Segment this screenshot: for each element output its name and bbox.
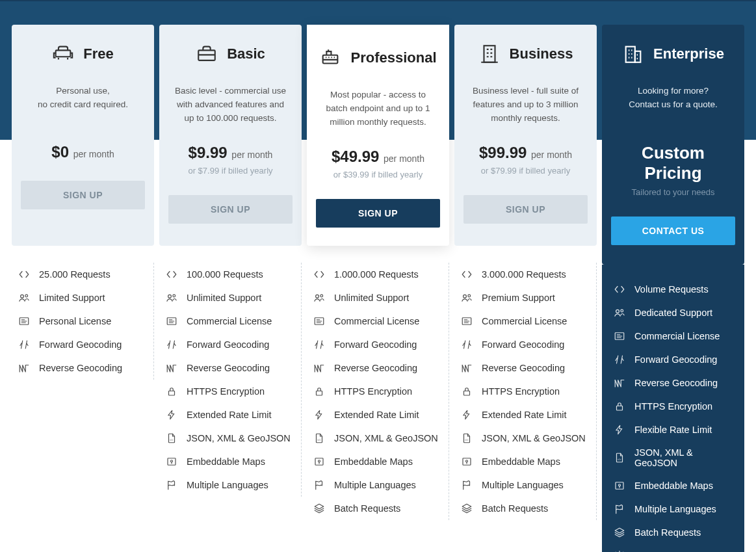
plan-price: $99.99 per month xyxy=(463,144,588,162)
svg-point-2 xyxy=(25,295,28,297)
plan-price: Custom Pricing xyxy=(611,143,735,183)
svg-point-20 xyxy=(320,295,323,297)
feature-item: </>JSON, XML & GeoJSON xyxy=(163,427,297,450)
feature-item: Reverse Geocoding xyxy=(163,356,297,380)
code-icon xyxy=(166,269,177,280)
feature-label: JSON, XML & GeoJSON xyxy=(334,433,438,443)
feature-item: 1.000.000 Requests xyxy=(311,263,445,286)
feature-label: Embeddable Maps xyxy=(334,456,413,467)
support-icon xyxy=(313,292,325,304)
feature-label: Reverse Geocoding xyxy=(634,378,718,388)
svg-rect-39 xyxy=(463,458,471,466)
flag-icon xyxy=(313,479,325,491)
feature-label: Forward Geocoding xyxy=(634,354,717,365)
svg-rect-14 xyxy=(169,391,175,395)
feature-item: Multiple Languages xyxy=(458,473,592,497)
feature-label: Reverse Geocoding xyxy=(334,363,417,373)
building-icon xyxy=(478,43,501,65)
support-icon xyxy=(18,292,30,304)
feature-label: Forward Geocoding xyxy=(39,339,122,350)
feature-label: Personal License xyxy=(39,316,111,326)
feature-item: Custom Solutions xyxy=(611,544,735,552)
feature-item: Reverse Geocoding xyxy=(458,356,592,380)
svg-rect-42 xyxy=(626,47,635,62)
feature-label: Volume Requests xyxy=(634,284,709,295)
plan-column-basic: Basic Basic level - commercial use with … xyxy=(159,7,302,497)
signup-button-business[interactable]: SIGN UP xyxy=(463,195,588,224)
plan-column-free: Free Personal use, no credit card requir… xyxy=(12,7,154,380)
plan-card-enterprise: Enterprise Looking for more? Contact us … xyxy=(602,25,744,265)
signup-button-free[interactable]: SIGN UP xyxy=(21,181,145,209)
stack-icon xyxy=(614,527,625,538)
plan-price: $9.99 per month xyxy=(168,144,293,162)
svg-point-44 xyxy=(616,309,619,313)
map-icon xyxy=(166,456,177,467)
feature-label: Premium Support xyxy=(482,293,555,303)
plan-name: Free xyxy=(83,46,113,62)
feature-item: Reverse Geocoding xyxy=(16,356,150,380)
plan-yearly: Tailored to your needs xyxy=(611,187,735,197)
plan-yearly: or $79.99 if billed yearly xyxy=(463,166,588,176)
svg-point-9 xyxy=(173,295,176,297)
flag-icon xyxy=(166,479,177,491)
bolt-icon xyxy=(461,409,473,421)
feature-item: Extended Rate Limit xyxy=(163,403,297,427)
lock-icon xyxy=(166,386,177,397)
feature-label: 25.000 Requests xyxy=(39,269,111,280)
feature-label: JSON, XML & GeoJSON xyxy=(634,447,733,468)
license-icon xyxy=(166,315,177,327)
feature-list-professional: 1.000.000 RequestsUnlimited SupportComme… xyxy=(307,263,449,520)
feature-item: Unlimited Support xyxy=(311,286,445,309)
signup-button-basic[interactable]: SIGN UP xyxy=(168,195,293,224)
feature-list-enterprise: Volume RequestsDedicated SupportCommerci… xyxy=(602,265,744,552)
feature-item: 25.000 Requests xyxy=(16,263,150,286)
svg-rect-37 xyxy=(464,391,470,395)
feature-list-basic: 100.000 RequestsUnlimited SupportCommerc… xyxy=(159,263,302,497)
stack-icon xyxy=(313,503,325,514)
license-icon xyxy=(313,315,325,327)
feature-item: </>JSON, XML & GeoJSON xyxy=(458,427,592,450)
feature-label: Batch Requests xyxy=(482,503,548,514)
svg-point-8 xyxy=(168,295,172,298)
feature-item: Reverse Geocoding xyxy=(611,371,735,395)
feature-item: Multiple Languages xyxy=(163,473,297,497)
feature-label: Batch Requests xyxy=(334,503,400,514)
reverse-icon xyxy=(313,362,325,374)
svg-text:</>: </> xyxy=(170,439,173,441)
svg-rect-50 xyxy=(617,406,623,410)
contact-button-enterprise[interactable]: CONTACT US xyxy=(611,217,735,245)
reverse-icon xyxy=(614,377,625,389)
plan-card-basic: Basic Basic level - commercial use with … xyxy=(159,25,302,246)
feature-label: HTTPS Encryption xyxy=(187,386,265,397)
plan-name: Professional xyxy=(350,49,436,66)
map-icon xyxy=(461,456,473,467)
forward-icon xyxy=(313,339,325,350)
feature-item: Forward Geocoding xyxy=(16,333,150,356)
plan-column-enterprise: Enterprise Looking for more? Contact us … xyxy=(602,25,744,552)
svg-rect-43 xyxy=(635,51,641,62)
plan-card-business: Business Business level - full suite of … xyxy=(454,25,597,246)
license-icon xyxy=(614,330,625,342)
feature-item: Extended Rate Limit xyxy=(458,403,592,427)
plan-card-free: Free Personal use, no credit card requir… xyxy=(12,25,154,246)
forward-icon xyxy=(166,339,177,350)
feature-label: Unlimited Support xyxy=(334,293,409,303)
bolt-icon xyxy=(313,409,325,421)
feature-label: Commercial License xyxy=(187,316,272,326)
code-icon xyxy=(313,269,325,280)
svg-point-31 xyxy=(463,295,467,298)
feature-label: HTTPS Encryption xyxy=(334,386,412,397)
reverse-icon xyxy=(461,362,473,374)
feature-label: 100.000 Requests xyxy=(187,269,263,280)
feature-label: Flexible Rate Limit xyxy=(634,425,712,435)
signup-button-professional[interactable]: SIGN UP xyxy=(316,199,440,228)
svg-point-1 xyxy=(21,295,24,298)
feature-item: Extended Rate Limit xyxy=(311,403,445,427)
plan-name: Basic xyxy=(227,46,265,62)
svg-point-19 xyxy=(316,295,319,298)
forward-icon xyxy=(461,339,473,350)
support-icon xyxy=(166,292,177,304)
feature-item: Batch Requests xyxy=(611,521,735,544)
feature-item: Premium Support xyxy=(458,286,592,309)
plan-yearly: or $7.99 if billed yearly xyxy=(168,166,293,176)
